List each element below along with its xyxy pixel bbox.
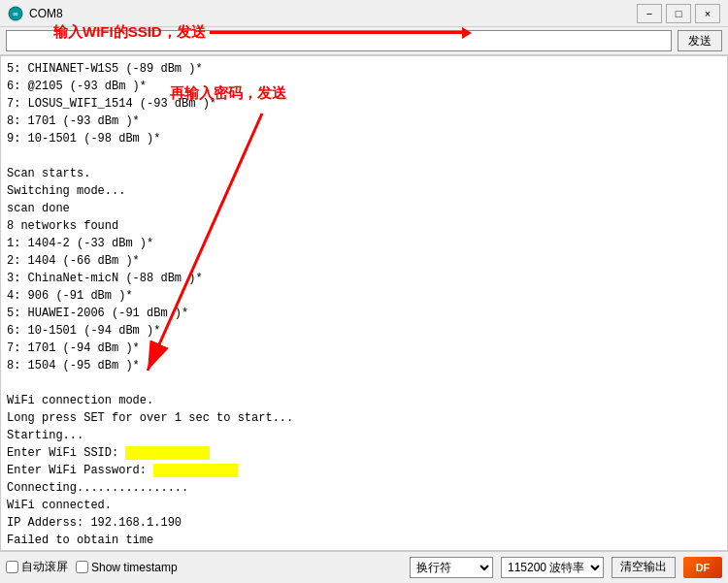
clear-output-button[interactable]: 清空输出 <box>612 557 676 578</box>
serial-line-ip: IP Adderss: 192.168.1.190 <box>7 514 721 532</box>
input-bar: 发送 输入WIFI的SSID，发送 <box>0 27 728 55</box>
serial-line: 8: 1701 (-93 dBm )* <box>7 113 721 130</box>
serial-line: 2020/04/11,Saturday,21:31:54 GMT+8 <box>7 549 721 551</box>
ssid-input[interactable] <box>6 30 672 51</box>
window-title: COM8 <box>29 7 637 20</box>
serial-line: 7: LOSUS_WIFI_1514 (-93 dBm )* <box>7 95 721 113</box>
minimize-button[interactable]: − <box>637 4 662 23</box>
serial-line: 8 networks found <box>7 217 721 235</box>
serial-line: WiFi connection mode. <box>7 392 721 409</box>
serial-line: 2: 1404 (-66 dBm )* <box>7 252 721 270</box>
serial-line: 6: @2105 (-93 dBm )* <box>7 78 721 95</box>
close-button[interactable]: × <box>695 4 720 23</box>
pwd-value <box>153 464 237 477</box>
serial-line <box>7 147 721 165</box>
main-area: 再输入密码，发送 5: CHINANET-W1S5 (-89 dBm )* 6:… <box>0 55 728 551</box>
autoscroll-label[interactable]: 自动滚屏 <box>6 559 68 575</box>
serial-line-pwd: Enter WiFi Password: <box>7 462 721 479</box>
serial-line: 3: ChinaNet-micN (-88 dBm )* <box>7 270 721 287</box>
serial-line: WiFi connected. <box>7 497 721 514</box>
serial-line: 6: 10-1501 (-94 dBm )* <box>7 322 721 340</box>
serial-line: 1: 1404-2 (-33 dBm )* <box>7 235 721 252</box>
serial-line: Switching mode... <box>7 182 721 200</box>
autoscroll-checkbox[interactable] <box>6 561 18 573</box>
bottom-bar: 自动滚屏 Show timestamp 换行符 没有结束符 两者都有 9600 … <box>0 551 728 582</box>
ssid-value <box>125 446 209 460</box>
autoscroll-text: 自动滚屏 <box>21 559 68 575</box>
svg-text:∞: ∞ <box>14 10 18 18</box>
timestamp-text: Show timestamp <box>91 561 178 574</box>
serial-line <box>7 374 721 392</box>
serial-line: 7: 1701 (-94 dBm )* <box>7 340 721 357</box>
line-ending-select[interactable]: 换行符 没有结束符 两者都有 <box>410 557 493 578</box>
serial-line: Scan starts. <box>7 165 721 182</box>
app-icon: ∞ <box>8 6 23 21</box>
serial-line: 5: HUAWEI-2006 (-91 dBm )* <box>7 305 721 322</box>
serial-output[interactable]: 5: CHINANET-W1S5 (-89 dBm )* 6: @2105 (-… <box>0 55 728 551</box>
timestamp-label[interactable]: Show timestamp <box>76 561 178 574</box>
serial-line: Connecting................ <box>7 479 721 497</box>
timestamp-checkbox[interactable] <box>76 561 88 573</box>
serial-line: 9: 10-1501 (-98 dBm )* <box>7 130 721 147</box>
serial-line: Starting... <box>7 427 721 444</box>
baud-rate-select[interactable]: 9600 19200 38400 57600 115200 波特率 230400 <box>501 557 604 578</box>
serial-line: Failed to obtain time <box>7 532 721 549</box>
maximize-button[interactable]: □ <box>666 4 691 23</box>
serial-line-ssid: Enter WiFi SSID: <box>7 444 721 462</box>
title-bar: ∞ COM8 − □ × <box>0 0 728 27</box>
serial-line: 8: 1504 (-95 dBm )* <box>7 357 721 374</box>
send-button[interactable]: 发送 <box>678 30 722 51</box>
serial-line: 4: 906 (-91 dBm )* <box>7 287 721 305</box>
df-logo: DF <box>683 557 722 578</box>
serial-line: Long press SET for over 1 sec to start..… <box>7 409 721 427</box>
window-controls: − □ × <box>637 4 720 23</box>
serial-line: 5: CHINANET-W1S5 (-89 dBm )* <box>7 60 721 78</box>
serial-line: scan done <box>7 200 721 217</box>
